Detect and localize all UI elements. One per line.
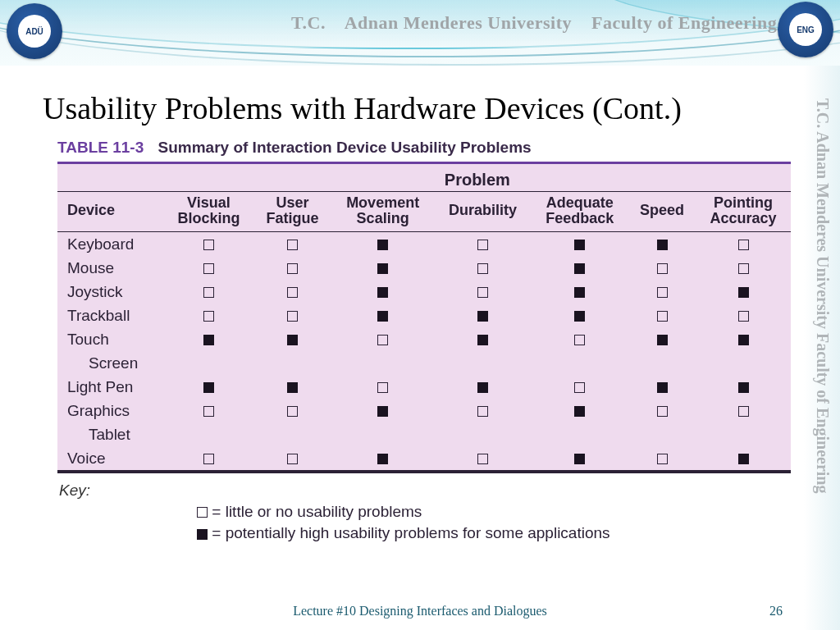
table-number: TABLE 11-3	[57, 139, 144, 156]
filled-square-icon	[377, 287, 388, 298]
empty-square-icon	[477, 263, 488, 274]
header-banner: ADÜ ENG T.C. Adnan Menderes University F…	[0, 0, 840, 66]
marker-cell	[434, 327, 531, 351]
marker-cell	[331, 399, 435, 422]
marker-cell	[696, 327, 791, 351]
marker-cell	[628, 304, 696, 327]
empty-square-icon	[203, 287, 214, 298]
empty-square-icon	[657, 454, 668, 464]
marker-cell	[628, 256, 696, 280]
empty-square-icon	[657, 287, 668, 298]
marker-cell	[696, 256, 791, 280]
filled-square-icon	[574, 287, 585, 298]
marker-cell	[532, 256, 628, 280]
filled-square-icon	[287, 382, 298, 393]
empty-square-icon	[203, 454, 214, 464]
empty-square-icon	[738, 240, 749, 250]
marker-cell	[696, 231, 791, 256]
column-header: Durability	[434, 192, 531, 232]
filled-square-icon	[657, 382, 668, 393]
marker-cell	[434, 375, 531, 399]
marker-cell	[164, 327, 254, 351]
table-title: Summary of Interaction Device Usability …	[158, 139, 532, 156]
key-legend: = little or no usability problems = pote…	[0, 501, 840, 545]
marker-cell	[434, 256, 531, 280]
marker-cell	[331, 256, 435, 280]
key-label: Key:	[0, 473, 840, 501]
filled-square-icon	[738, 335, 749, 345]
column-header: PointingAccuracy	[696, 192, 791, 232]
device-cell: Light Pen	[57, 375, 164, 399]
table-row: Graphics	[57, 399, 791, 422]
empty-square-icon	[287, 406, 298, 417]
filled-square-icon	[287, 335, 298, 345]
column-header: MovementScaling	[331, 192, 435, 232]
empty-square-icon	[657, 311, 668, 322]
marker-cell	[532, 375, 628, 399]
device-cell: Mouse	[57, 256, 164, 280]
marker-cell	[532, 399, 628, 422]
filled-square-icon	[738, 382, 749, 393]
device-cell: Joystick	[57, 280, 164, 304]
problem-superheader: Problem	[164, 163, 791, 192]
device-cell: Touch	[57, 327, 164, 351]
filled-square-icon	[477, 311, 488, 322]
marker-cell	[164, 446, 254, 472]
empty-square-icon	[377, 382, 388, 393]
marker-cell	[532, 304, 628, 327]
marker-cell	[696, 399, 791, 422]
marker-cell	[532, 231, 628, 256]
empty-square-icon	[738, 311, 749, 322]
empty-square-icon	[477, 406, 488, 417]
empty-square-icon	[203, 240, 214, 250]
device-cell: Tablet	[57, 422, 164, 446]
marker-cell	[164, 304, 254, 327]
legend-empty: = little or no usability problems	[197, 501, 840, 523]
filled-square-icon	[574, 406, 585, 417]
marker-cell	[696, 446, 791, 472]
filled-square-icon	[738, 287, 749, 298]
table-row: Keyboard	[57, 231, 791, 256]
empty-square-icon	[738, 406, 749, 417]
marker-cell	[696, 304, 791, 327]
marker-cell	[532, 280, 628, 304]
filled-square-icon	[377, 454, 388, 464]
marker-cell	[331, 327, 435, 351]
marker-cell	[628, 280, 696, 304]
marker-cell	[253, 280, 331, 304]
device-cell: Graphics	[57, 399, 164, 422]
marker-cell	[532, 446, 628, 472]
side-banner-text: T.C. Adnan Menderes University Faculty o…	[813, 66, 832, 493]
column-header: Speed	[628, 192, 696, 232]
filled-square-icon	[574, 263, 585, 274]
faculty-logo-icon: ENG	[778, 2, 833, 57]
banner-text: T.C. Adnan Menderes University Faculty o…	[291, 12, 777, 34]
table-row: Mouse	[57, 256, 791, 280]
filled-square-icon	[197, 529, 208, 540]
empty-square-icon	[287, 263, 298, 274]
footer-title: Lecture #10 Designing Interfaces and Dia…	[0, 604, 840, 619]
empty-square-icon	[477, 287, 488, 298]
table-row: Screen	[57, 351, 791, 375]
filled-square-icon	[574, 240, 585, 250]
marker-cell	[628, 446, 696, 472]
filled-square-icon	[477, 382, 488, 393]
footer: Lecture #10 Designing Interfaces and Dia…	[0, 604, 840, 619]
marker-cell	[434, 231, 531, 256]
empty-square-icon	[377, 335, 388, 345]
marker-cell	[532, 327, 628, 351]
side-banner: T.C. Adnan Menderes University Faculty o…	[804, 66, 840, 630]
marker-cell	[628, 375, 696, 399]
table-row: Tablet	[57, 422, 791, 446]
device-cell: Trackball	[57, 304, 164, 327]
table-row: Light Pen	[57, 375, 791, 399]
usability-table: Problem Device VisualBlockingUserFatigue…	[57, 162, 791, 473]
empty-square-icon	[657, 263, 668, 274]
filled-square-icon	[738, 454, 749, 464]
empty-square-icon	[477, 240, 488, 250]
marker-cell	[434, 446, 531, 472]
marker-cell	[253, 304, 331, 327]
filled-square-icon	[203, 335, 214, 345]
device-cell: Screen	[57, 351, 164, 375]
marker-cell	[434, 280, 531, 304]
